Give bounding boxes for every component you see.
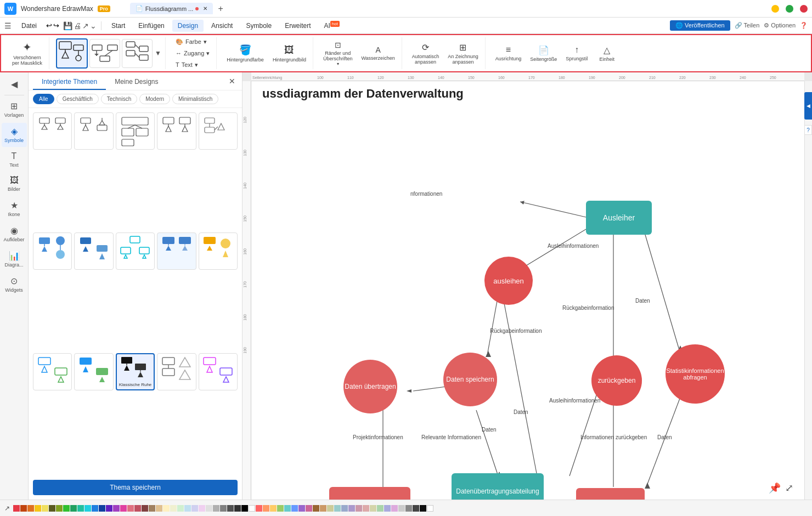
sidebar-bilder[interactable]: 🖼 Bilder [2, 172, 27, 196]
node-daten-speichern[interactable]: Daten speichern [443, 353, 497, 406]
theme-item-8[interactable] [116, 233, 155, 270]
sidebar-ikone[interactable]: ★ Ikone [2, 197, 27, 221]
color-swatch-lightblue[interactable] [184, 505, 191, 512]
menu-datei[interactable]: Datei [16, 20, 42, 32]
sidebar-symbole[interactable]: ◈ Symbole [2, 123, 27, 147]
theme-item-3[interactable] [116, 112, 155, 150]
theme-item-7[interactable] [74, 233, 113, 270]
menu-einfuegen[interactable]: Einfügen [133, 20, 170, 32]
color-swatch-26[interactable] [427, 505, 433, 512]
filter-alle[interactable]: Alle [33, 94, 54, 104]
add-tab-button[interactable]: + [214, 2, 227, 15]
beautify-button[interactable]: ✦ Verschönern per Mausklick [9, 39, 46, 67]
sidebar-collapse[interactable]: ◀ [2, 76, 27, 93]
color-swatch-wheat[interactable] [156, 505, 162, 512]
sprungstil-button[interactable]: ↑ Sprungstil [562, 39, 591, 67]
node-information[interactable]: Information [576, 488, 645, 500]
color-swatch-blue[interactable] [92, 505, 98, 512]
color-swatch-midgray[interactable] [220, 505, 227, 512]
color-swatch-25[interactable] [420, 505, 426, 512]
color-swatch-rose[interactable] [134, 505, 141, 512]
color-swatch-yellow[interactable] [35, 505, 41, 512]
color-swatch-11[interactable] [320, 505, 326, 512]
color-swatch-nearblack[interactable] [234, 505, 241, 512]
color-swatch-pink[interactable] [120, 505, 127, 512]
color-swatch-salmon[interactable] [127, 505, 134, 512]
save-theme-button[interactable]: Thema speichern [33, 480, 238, 495]
color-swatch-tan[interactable] [149, 505, 155, 512]
farbe-button[interactable]: 🎨 Farbe ▾ [172, 37, 213, 47]
color-swatch-10[interactable] [313, 505, 319, 512]
color-swatch-14[interactable] [341, 505, 348, 512]
theme-picker-2[interactable] [89, 39, 120, 68]
raender-dropdown-icon[interactable]: ▾ [337, 61, 339, 66]
menu-symbole[interactable]: Symbole [240, 20, 277, 32]
color-swatch-20[interactable] [384, 505, 391, 512]
canvas-content[interactable]: ussdiagramm der Datenverwaltung [251, 81, 804, 500]
sidebar-vorlagen[interactable]: ⊞ Vorlagen [2, 98, 27, 122]
color-swatch-orange[interactable] [27, 505, 34, 512]
color-swatch-18[interactable] [370, 505, 376, 512]
text-dropdown[interactable]: ▾ [195, 61, 198, 69]
theme-picker-3[interactable] [122, 39, 153, 68]
menu-ansicht[interactable]: Ansicht [206, 20, 238, 32]
publish-button[interactable]: 🌐 Veröffentlichen [670, 20, 730, 31]
color-swatch-17[interactable] [363, 505, 369, 512]
expand-icon[interactable]: ⤢ [785, 482, 793, 494]
collapse-icon[interactable]: ☰ [4, 21, 12, 30]
color-swatch-white[interactable] [249, 505, 255, 512]
zugang-dropdown[interactable]: ▾ [206, 50, 210, 57]
ausrichtung-button[interactable]: ≡ Ausrichtung [492, 39, 525, 67]
theme-item-12[interactable] [74, 353, 113, 390]
theme-item-4[interactable] [157, 112, 196, 150]
redo-button[interactable]: ↪ [53, 21, 59, 30]
color-swatch-teal[interactable] [77, 505, 84, 512]
theme-item-6[interactable] [33, 233, 72, 270]
pin-icon[interactable]: 📌 [769, 482, 781, 494]
color-swatch-4[interactable] [270, 505, 277, 512]
more-icon[interactable]: ⌄ [90, 21, 97, 30]
color-swatch-7[interactable] [291, 505, 298, 512]
color-swatch-19[interactable] [377, 505, 384, 512]
right-panel-tab[interactable]: ◀ [804, 92, 812, 120]
undo-button[interactable]: ↩ [46, 21, 52, 30]
color-swatch-lightgreen[interactable] [177, 505, 184, 512]
filter-technisch[interactable]: Technisch [101, 94, 137, 104]
text-button[interactable]: T Text ▾ [172, 60, 213, 70]
color-swatch-darkblue[interactable] [99, 505, 105, 512]
color-swatch-purple[interactable] [106, 505, 112, 512]
color-swatch-5[interactable] [277, 505, 284, 512]
hintergrundbild-button[interactable]: 🖼 Hintergrundbild [269, 39, 309, 67]
color-swatch-23[interactable] [405, 505, 412, 512]
color-swatch-darkred[interactable] [20, 505, 27, 512]
save-icon[interactable]: 💾 [63, 21, 72, 30]
color-swatch-violet[interactable] [113, 505, 120, 512]
color-swatch-lavender[interactable] [191, 505, 198, 512]
integrated-themes-tab[interactable]: Integrierte Themen [33, 75, 106, 90]
theme-item-2[interactable] [74, 112, 113, 150]
sidebar-text[interactable]: T Text [2, 148, 27, 172]
theme-item-1[interactable] [33, 112, 72, 150]
an-zeichnung-button[interactable]: ⊞ An Zeichnung anpassen [444, 39, 482, 67]
color-swatch-black[interactable] [241, 505, 248, 512]
theme-item-klassische-ruhe-selected[interactable]: Klassische Ruhe [116, 353, 155, 390]
sidebar-diagram[interactable]: 📊 Diagra... [2, 247, 27, 271]
menu-design[interactable]: Design [172, 20, 204, 32]
tab-flussdiagramm[interactable]: 📄 Flussdiagramm ... ✕ [130, 3, 213, 14]
color-swatch-cream[interactable] [163, 505, 170, 512]
color-swatch-6[interactable] [284, 505, 291, 512]
options-button[interactable]: ⚙ Optionen [764, 22, 796, 29]
color-swatch-teal-green[interactable] [70, 505, 77, 512]
node-projektinformationen[interactable]: Projektinformationen [329, 487, 410, 500]
export-icon[interactable]: ↗ [82, 21, 89, 30]
color-swatch-9[interactable] [306, 505, 312, 512]
node-ausleihen[interactable]: ausleihen [484, 257, 533, 305]
filter-modern[interactable]: Modern [139, 94, 170, 104]
sidebar-aufkleber[interactable]: ◉ Aufkleber [2, 222, 27, 246]
node-datenuebertragungsabteilung[interactable]: Datenübertragungsabteilung [452, 473, 544, 500]
seitengroesse-button[interactable]: 📄 Seitengröße [527, 39, 560, 67]
color-swatch-2[interactable] [256, 505, 262, 512]
color-swatch-darkrose[interactable] [142, 505, 148, 512]
color-swatch-olive[interactable] [56, 505, 63, 512]
theme-item-5[interactable] [199, 112, 238, 150]
